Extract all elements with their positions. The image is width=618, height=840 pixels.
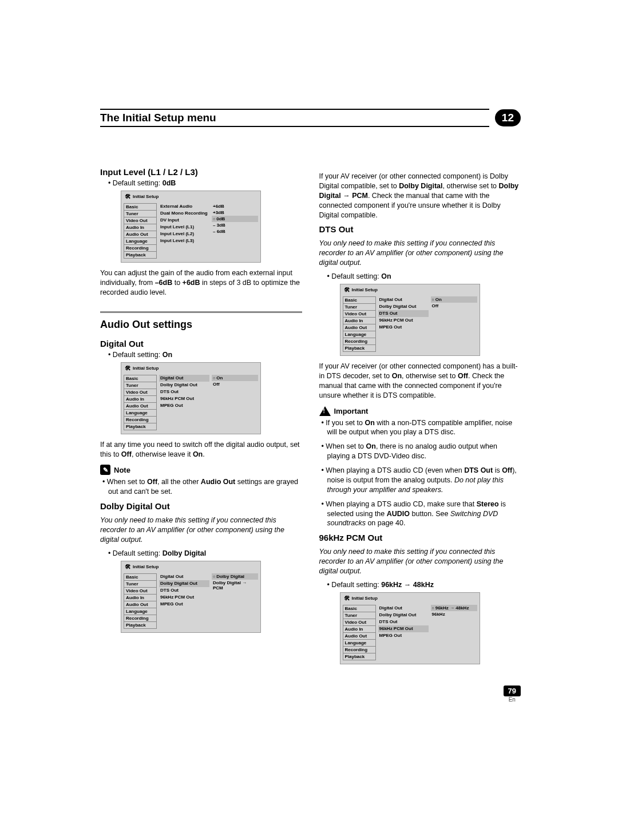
chapter-title: The Initial Setup menu	[100, 109, 489, 127]
panel-digital-out: 🛠Initial Setup Basic Tuner Video Out Aud…	[121, 362, 261, 434]
important-item: When set to On, there is no analog audio…	[327, 442, 521, 461]
wrench-icon: 🛠	[344, 287, 350, 293]
default-dts: Default setting: On	[327, 272, 521, 280]
input-level-desc: You can adjust the gain of the audio fro…	[100, 268, 302, 298]
default-pcm: Default setting: 96kHz → 48kHz	[327, 581, 521, 589]
dts-desc: If your AV receiver (or other connected …	[319, 362, 521, 401]
chapter-number-badge: 12	[495, 109, 521, 126]
warning-icon	[319, 406, 331, 416]
wrench-icon: 🛠	[125, 193, 130, 200]
panel-dolby: 🛠Initial Setup Basic Tuner Video Out Aud…	[121, 561, 261, 633]
digital-out-desc: If at any time you need to switch off th…	[100, 440, 302, 459]
left-column: Input Level (L1 / L2 / L3) Default setti…	[100, 167, 302, 670]
default-dolby: Default setting: Dolby Digital	[108, 549, 302, 557]
note-item: When set to Off, all the other Audio Out…	[108, 477, 302, 497]
right-column: If your AV receiver (or other connected …	[319, 167, 521, 670]
heading-dts: DTS Out	[319, 224, 521, 234]
panel-dts: 🛠Initial Setup Basic Tuner Video Out Aud…	[340, 284, 480, 356]
important-item: When playing a DTS audio CD (even when D…	[327, 466, 521, 495]
pcm-condition: You only need to make this setting if yo…	[319, 547, 521, 576]
section-audio-out: Audio Out settings	[100, 311, 302, 331]
pencil-icon: ✎	[100, 465, 110, 475]
panel-pcm: 🛠Initial Setup Basic Tuner Video Out Aud…	[340, 592, 480, 664]
dolby-desc: If your AV receiver (or other connected …	[319, 172, 521, 220]
dolby-condition: You only need to make this setting if yo…	[100, 516, 302, 545]
panel-input-level: 🛠Initial Setup Basic Tuner Video Out Aud…	[121, 191, 261, 263]
wrench-icon: 🛠	[125, 365, 130, 371]
chapter-header: The Initial Setup menu 12	[100, 109, 521, 127]
important-callout: Important	[319, 406, 521, 416]
heading-dolby: Dolby Digital Out	[100, 501, 302, 511]
page-number: 79 En	[504, 686, 521, 703]
wrench-icon: 🛠	[344, 595, 350, 601]
note-callout: ✎ Note	[100, 465, 302, 475]
heading-input-level: Input Level (L1 / L2 / L3)	[100, 167, 302, 177]
dts-condition: You only need to make this setting if yo…	[319, 239, 521, 268]
important-item: When playing a DTS audio CD, make sure t…	[327, 500, 521, 529]
heading-96khz: 96kHz PCM Out	[319, 533, 521, 542]
default-digital-out: Default setting: On	[108, 351, 302, 359]
wrench-icon: 🛠	[125, 564, 130, 570]
heading-digital-out: Digital Out	[100, 339, 302, 348]
important-item: If you set to On with a non-DTS compatib…	[327, 418, 521, 438]
default-input-level: Default setting: 0dB	[108, 179, 302, 187]
